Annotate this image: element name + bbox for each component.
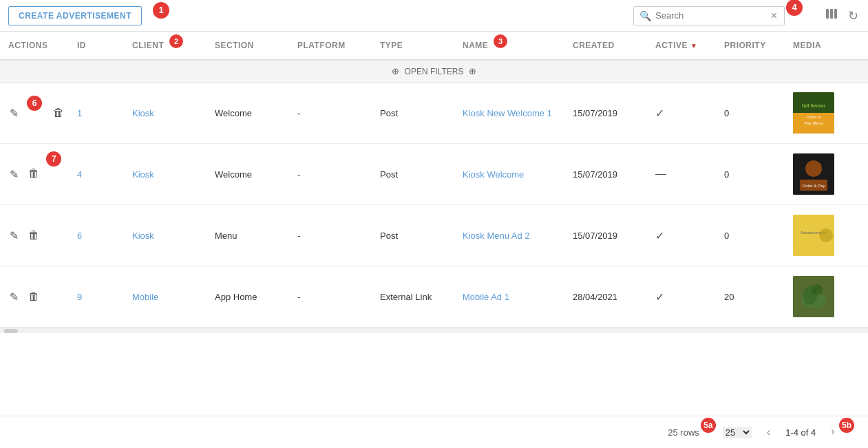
media-thumbnail: Advertisement bbox=[793, 215, 834, 256]
media-cell: Order & Pay bbox=[793, 153, 868, 195]
client-link[interactable]: Mobile bbox=[132, 292, 158, 302]
platform-cell: - bbox=[297, 169, 380, 180]
svg-text:Pay Menu: Pay Menu bbox=[804, 121, 823, 125]
active-check-icon: ✓ bbox=[655, 107, 664, 119]
section-cell: Welcome bbox=[215, 108, 297, 118]
type-cell: External Link bbox=[380, 292, 463, 302]
filter-close-icon: ⊕ bbox=[469, 66, 476, 76]
edit-button[interactable]: ✎ bbox=[8, 105, 20, 121]
name-link[interactable]: Kiosk Menu Ad 2 bbox=[463, 231, 530, 241]
client-link[interactable]: Kiosk bbox=[132, 231, 154, 241]
actions-cell: ✎ 🗑 bbox=[8, 228, 77, 244]
client-link[interactable]: Kiosk bbox=[132, 108, 154, 118]
table-body: ✎ 6 🗑 1 Kiosk Welcome - Post Kiosk New W… bbox=[0, 83, 868, 328]
name-link[interactable]: Kiosk New Welcome 1 bbox=[463, 108, 552, 118]
media-thumbnail bbox=[793, 276, 834, 317]
priority-cell: 0 bbox=[724, 169, 793, 180]
media-thumbnail: full favour Order & Pay Menu bbox=[793, 92, 834, 134]
id-link[interactable]: 6 bbox=[77, 231, 82, 241]
delete-button[interactable]: 🗑 bbox=[27, 228, 41, 243]
badge-7: 7 bbox=[46, 151, 61, 167]
client-cell: Mobile bbox=[132, 292, 215, 302]
media-cell: Advertisement bbox=[793, 215, 868, 256]
type-cell: Post bbox=[380, 231, 463, 241]
created-cell: 28/04/2021 bbox=[573, 292, 655, 302]
badge-3: 3 bbox=[494, 34, 507, 48]
priority-cell: 0 bbox=[724, 108, 793, 118]
type-cell: Post bbox=[380, 169, 463, 180]
scroll-thumb[interactable] bbox=[4, 329, 18, 333]
edit-button[interactable]: ✎ bbox=[8, 289, 20, 305]
created-cell: 15/07/2019 bbox=[573, 108, 655, 118]
section-cell: Menu bbox=[215, 231, 297, 241]
active-check-icon: ✓ bbox=[655, 291, 664, 303]
client-cell: Kiosk bbox=[132, 169, 215, 180]
client-link[interactable]: Kiosk bbox=[132, 169, 154, 180]
name-link[interactable]: Mobile Ad 1 bbox=[463, 292, 509, 302]
name-cell: Kiosk Menu Ad 2 bbox=[463, 231, 573, 241]
refresh-button[interactable]: ↻ bbox=[847, 7, 860, 25]
svg-text:Order & Pay: Order & Pay bbox=[802, 184, 825, 188]
client-cell: Kiosk bbox=[132, 231, 215, 241]
id-cell: 6 bbox=[77, 231, 132, 241]
delete-button[interactable]: 🗑 bbox=[52, 105, 65, 120]
svg-point-18 bbox=[812, 284, 823, 295]
col-client: CLIENT 2 bbox=[132, 39, 215, 52]
delete-button[interactable]: 🗑 7 bbox=[27, 165, 61, 183]
table-row: ✎ 6 🗑 1 Kiosk Welcome - Post Kiosk New W… bbox=[0, 83, 868, 144]
filter-open-icon: ⊕ bbox=[392, 66, 399, 76]
id-link[interactable]: 9 bbox=[77, 292, 82, 302]
col-active: ACTIVE ▼ bbox=[655, 39, 724, 52]
platform-cell: - bbox=[297, 292, 380, 302]
id-link[interactable]: 1 bbox=[77, 108, 82, 118]
edit-button[interactable]: ✎ bbox=[8, 167, 20, 182]
id-cell: 9 bbox=[77, 292, 132, 302]
created-cell: 15/07/2019 bbox=[573, 231, 655, 241]
col-type: TYPE bbox=[380, 39, 463, 52]
clear-search-button[interactable]: × bbox=[770, 10, 779, 22]
filter-bar[interactable]: ⊕ OPEN FILTERS ⊕ bbox=[0, 61, 868, 83]
actions-cell: ✎ 6 🗑 bbox=[8, 105, 77, 121]
col-created: CREATED bbox=[573, 39, 655, 52]
col-name: NAME 3 bbox=[463, 39, 573, 52]
active-cell: ✓ bbox=[655, 290, 724, 303]
create-advertisement-button[interactable]: CREATE ADVERTISEMENT bbox=[8, 6, 142, 25]
filter-label: OPEN FILTERS bbox=[405, 67, 464, 76]
actions-cell: ✎ 🗑 bbox=[8, 289, 77, 305]
badge-2: 2 bbox=[169, 34, 183, 48]
name-link[interactable]: Kiosk Welcome bbox=[463, 169, 524, 180]
horizontal-scrollbar[interactable] bbox=[0, 328, 868, 333]
media-thumbnail: Order & Pay bbox=[793, 153, 834, 195]
actions-cell: ✎ 🗑 7 bbox=[8, 165, 77, 183]
active-cell: — bbox=[655, 168, 724, 180]
media-cell bbox=[793, 276, 868, 317]
badge-6: 6 bbox=[27, 96, 42, 111]
name-cell: Kiosk Welcome bbox=[463, 169, 573, 180]
badge-1: 1 bbox=[153, 2, 169, 19]
id-cell: 4 bbox=[77, 169, 132, 180]
svg-point-9 bbox=[805, 160, 822, 177]
active-check-icon: ✓ bbox=[655, 230, 664, 242]
search-input[interactable] bbox=[655, 10, 770, 21]
table-row: ✎ 🗑 7 4 Kiosk Welcome - Post Kiosk Welco… bbox=[0, 144, 868, 205]
table-row: ✎ 🗑 9 Mobile App Home - External Link Mo… bbox=[0, 266, 868, 328]
active-cell: ✓ bbox=[655, 229, 724, 242]
sort-indicator: ▼ bbox=[690, 42, 697, 50]
section-cell: App Home bbox=[215, 292, 297, 302]
section-cell: Welcome bbox=[215, 169, 297, 180]
search-box: 🔍 × bbox=[633, 6, 785, 25]
col-media: MEDIA bbox=[793, 39, 868, 52]
top-bar: CREATE ADVERTISEMENT 1 🔍 × 4 ↻ bbox=[0, 0, 868, 32]
col-id: ID bbox=[77, 39, 132, 52]
name-cell: Mobile Ad 1 bbox=[463, 292, 573, 302]
edit-button[interactable]: ✎ bbox=[8, 228, 20, 244]
svg-point-14 bbox=[819, 228, 833, 242]
columns-toggle-button[interactable] bbox=[823, 6, 840, 25]
active-dash-icon: — bbox=[655, 168, 666, 180]
name-cell: Kiosk New Welcome 1 bbox=[463, 108, 573, 118]
priority-cell: 20 bbox=[724, 292, 793, 302]
id-link[interactable]: 4 bbox=[77, 169, 82, 180]
delete-button[interactable]: 🗑 bbox=[27, 289, 41, 304]
svg-text:Order &: Order & bbox=[806, 115, 821, 119]
id-cell: 1 bbox=[77, 108, 132, 118]
